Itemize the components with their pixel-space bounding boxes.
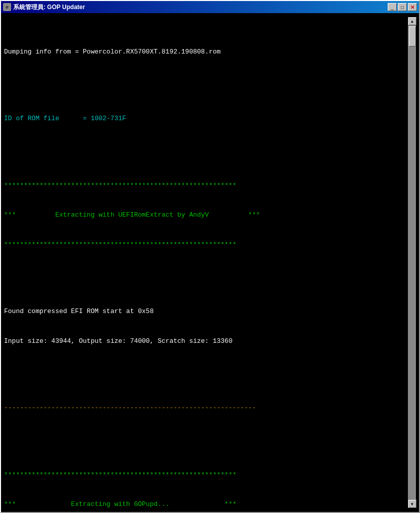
rom-id-line: ID of ROM file = 1002-731F: [4, 114, 408, 124]
titlebar: ⚙ 系統管理員: GOP Updater _ □ ✕: [1, 1, 419, 13]
maximize-button[interactable]: □: [398, 3, 407, 11]
scrollbar-track[interactable]: [408, 25, 416, 500]
window-icon: ⚙: [3, 3, 11, 11]
efi-found-line: Found compressed EFI ROM start at 0x58: [4, 306, 408, 317]
empty-line: [4, 366, 408, 374]
close-button[interactable]: ✕: [408, 3, 417, 11]
stars-line-3: ****************************************…: [4, 470, 408, 480]
stars-line-2: ****************************************…: [4, 240, 408, 250]
extract-uefi-line: *** Extracting with UEFIRomExtract by An…: [4, 210, 408, 220]
empty-line: [4, 433, 408, 441]
terminal-output: Dumping info from = Powercolor.RX5700XT.…: [4, 17, 408, 508]
empty-line: [4, 143, 408, 151]
scroll-down-button[interactable]: ▼: [408, 500, 416, 508]
content-area: Dumping info from = Powercolor.RX5700XT.…: [1, 13, 419, 512]
empty-line: [4, 269, 408, 277]
divider-1: ----------------------------------------…: [4, 403, 408, 413]
window: ⚙ 系統管理員: GOP Updater _ □ ✕ Dumping info …: [0, 0, 420, 513]
empty-line: [4, 76, 408, 84]
scrollbar[interactable]: ▲ ▼: [408, 17, 416, 508]
scrollbar-thumb[interactable]: [409, 26, 416, 46]
sizes-line: Input size: 43944, Output size: 74000, S…: [4, 336, 408, 346]
titlebar-buttons: _ □ ✕: [388, 3, 417, 11]
minimize-button[interactable]: _: [388, 3, 397, 11]
stars-line-1: ****************************************…: [4, 181, 408, 191]
scroll-up-button[interactable]: ▲: [408, 17, 416, 25]
titlebar-title: 系統管理員: GOP Updater: [13, 3, 388, 12]
extract-gop-line: *** Extracting with GOPupd... ***: [4, 499, 408, 509]
dump-line: Dumping info from = Powercolor.RX5700XT.…: [4, 47, 408, 57]
